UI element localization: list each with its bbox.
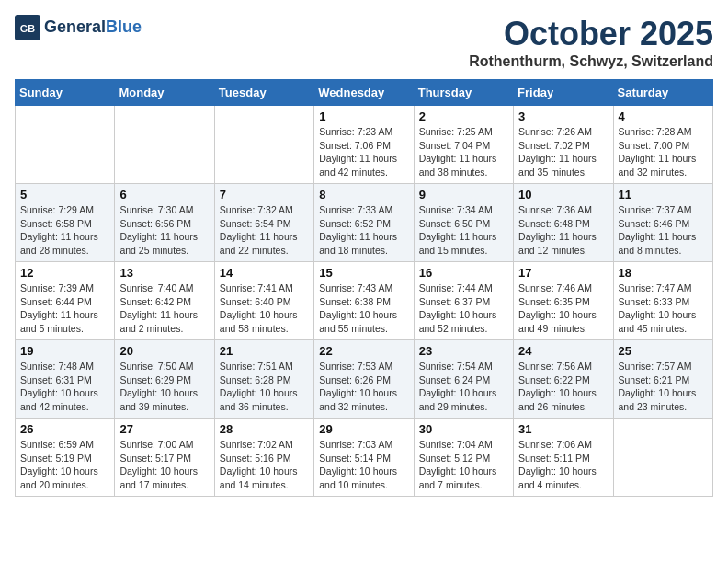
day-info: Sunrise: 7:53 AMSunset: 6:26 PMDaylight:… [319, 360, 408, 414]
day-number: 6 [119, 188, 209, 201]
day-header-tuesday: Tuesday [214, 80, 313, 106]
svg-text:GB: GB [20, 23, 35, 34]
calendar-cell: 4Sunrise: 7:28 AMSunset: 7:00 PMDaylight… [613, 106, 712, 184]
day-number: 17 [518, 266, 608, 280]
day-number: 29 [319, 422, 408, 436]
day-info: Sunrise: 7:48 AMSunset: 6:31 PMDaylight:… [20, 360, 109, 414]
calendar-cell: 9Sunrise: 7:34 AMSunset: 6:50 PMDaylight… [414, 184, 513, 262]
day-info: Sunrise: 7:00 AMSunset: 5:17 PMDaylight:… [119, 438, 209, 492]
day-number: 15 [319, 266, 408, 280]
calendar-cell [115, 106, 214, 184]
calendar-cell: 24Sunrise: 7:56 AMSunset: 6:22 PMDayligh… [514, 340, 613, 419]
day-info: Sunrise: 7:37 AMSunset: 6:46 PMDaylight:… [619, 203, 708, 258]
day-info: Sunrise: 7:57 AMSunset: 6:21 PMDaylight:… [619, 360, 708, 414]
day-info: Sunrise: 7:02 AMSunset: 5:16 PMDaylight:… [220, 438, 309, 492]
title-block: October 2025 Rothenthurm, Schwyz, Switze… [469, 15, 713, 70]
calendar-cell: 12Sunrise: 7:39 AMSunset: 6:44 PMDayligh… [16, 262, 115, 340]
logo-icon: GB [15, 15, 40, 40]
day-info: Sunrise: 7:46 AMSunset: 6:35 PMDaylight:… [518, 282, 608, 336]
day-number: 22 [319, 344, 408, 358]
calendar-cell: 30Sunrise: 7:04 AMSunset: 5:12 PMDayligh… [414, 419, 513, 497]
calendar-cell: 20Sunrise: 7:50 AMSunset: 6:29 PMDayligh… [115, 340, 214, 419]
calendar-cell: 17Sunrise: 7:46 AMSunset: 6:35 PMDayligh… [514, 262, 613, 340]
month-title: October 2025 [469, 15, 713, 53]
day-info: Sunrise: 7:28 AMSunset: 7:00 PMDaylight:… [619, 125, 708, 179]
calendar-cell: 15Sunrise: 7:43 AMSunset: 6:38 PMDayligh… [314, 262, 414, 340]
day-number: 7 [220, 188, 309, 201]
logo-text-general: GeneralBlue [44, 17, 142, 38]
calendar-cell: 6Sunrise: 7:30 AMSunset: 6:56 PMDaylight… [115, 184, 214, 262]
calendar-week-row: 19Sunrise: 7:48 AMSunset: 6:31 PMDayligh… [16, 340, 713, 419]
day-number: 31 [518, 422, 608, 436]
calendar-week-row: 26Sunrise: 6:59 AMSunset: 5:19 PMDayligh… [16, 419, 713, 497]
day-header-saturday: Saturday [613, 80, 712, 106]
calendar-cell [613, 419, 712, 497]
calendar-cell: 19Sunrise: 7:48 AMSunset: 6:31 PMDayligh… [16, 340, 115, 419]
calendar-cell: 25Sunrise: 7:57 AMSunset: 6:21 PMDayligh… [613, 340, 712, 419]
calendar-cell [16, 106, 115, 184]
calendar-week-row: 5Sunrise: 7:29 AMSunset: 6:58 PMDaylight… [16, 184, 713, 262]
day-header-thursday: Thursday [414, 80, 513, 106]
day-number: 10 [518, 188, 608, 201]
day-info: Sunrise: 7:32 AMSunset: 6:54 PMDaylight:… [220, 203, 309, 258]
day-number: 5 [20, 188, 109, 201]
calendar-cell: 28Sunrise: 7:02 AMSunset: 5:16 PMDayligh… [214, 419, 313, 497]
day-number: 16 [419, 266, 508, 280]
day-info: Sunrise: 7:50 AMSunset: 6:29 PMDaylight:… [119, 360, 209, 414]
day-number: 3 [518, 109, 608, 123]
day-info: Sunrise: 7:40 AMSunset: 6:42 PMDaylight:… [119, 282, 209, 336]
day-number: 23 [419, 344, 508, 358]
location: Rothenthurm, Schwyz, Switzerland [469, 53, 713, 70]
day-header-wednesday: Wednesday [314, 80, 414, 106]
calendar-cell: 16Sunrise: 7:44 AMSunset: 6:37 PMDayligh… [414, 262, 513, 340]
day-number: 18 [619, 266, 708, 280]
calendar-cell: 18Sunrise: 7:47 AMSunset: 6:33 PMDayligh… [613, 262, 712, 340]
day-number: 13 [119, 266, 209, 280]
day-number: 19 [20, 344, 109, 358]
day-header-monday: Monday [115, 80, 214, 106]
calendar-cell: 26Sunrise: 6:59 AMSunset: 5:19 PMDayligh… [16, 419, 115, 497]
day-number: 28 [220, 422, 309, 436]
day-info: Sunrise: 7:23 AMSunset: 7:06 PMDaylight:… [319, 125, 408, 179]
day-number: 21 [220, 344, 309, 358]
calendar-cell: 5Sunrise: 7:29 AMSunset: 6:58 PMDaylight… [16, 184, 115, 262]
day-header-friday: Friday [514, 80, 613, 106]
calendar-cell: 8Sunrise: 7:33 AMSunset: 6:52 PMDaylight… [314, 184, 414, 262]
calendar-cell: 13Sunrise: 7:40 AMSunset: 6:42 PMDayligh… [115, 262, 214, 340]
day-info: Sunrise: 7:34 AMSunset: 6:50 PMDaylight:… [419, 203, 508, 258]
day-info: Sunrise: 7:29 AMSunset: 6:58 PMDaylight:… [20, 203, 109, 258]
calendar-cell: 10Sunrise: 7:36 AMSunset: 6:48 PMDayligh… [514, 184, 613, 262]
day-number: 27 [119, 422, 209, 436]
day-number: 8 [319, 188, 408, 201]
day-number: 26 [20, 422, 109, 436]
day-number: 25 [619, 344, 708, 358]
calendar-week-row: 1Sunrise: 7:23 AMSunset: 7:06 PMDaylight… [16, 106, 713, 184]
day-info: Sunrise: 7:41 AMSunset: 6:40 PMDaylight:… [220, 282, 309, 336]
calendar-cell: 14Sunrise: 7:41 AMSunset: 6:40 PMDayligh… [214, 262, 313, 340]
day-number: 12 [20, 266, 109, 280]
day-number: 9 [419, 188, 508, 201]
day-info: Sunrise: 7:47 AMSunset: 6:33 PMDaylight:… [619, 282, 708, 336]
day-info: Sunrise: 6:59 AMSunset: 5:19 PMDaylight:… [20, 438, 109, 492]
calendar-cell: 27Sunrise: 7:00 AMSunset: 5:17 PMDayligh… [115, 419, 214, 497]
calendar-cell [214, 106, 313, 184]
calendar-week-row: 12Sunrise: 7:39 AMSunset: 6:44 PMDayligh… [16, 262, 713, 340]
day-number: 2 [419, 109, 508, 123]
calendar-cell: 22Sunrise: 7:53 AMSunset: 6:26 PMDayligh… [314, 340, 414, 419]
day-info: Sunrise: 7:25 AMSunset: 7:04 PMDaylight:… [419, 125, 508, 179]
day-info: Sunrise: 7:51 AMSunset: 6:28 PMDaylight:… [220, 360, 309, 414]
day-info: Sunrise: 7:33 AMSunset: 6:52 PMDaylight:… [319, 203, 408, 258]
day-info: Sunrise: 7:04 AMSunset: 5:12 PMDaylight:… [419, 438, 508, 492]
calendar-cell: 31Sunrise: 7:06 AMSunset: 5:11 PMDayligh… [514, 419, 613, 497]
day-number: 14 [220, 266, 309, 280]
day-number: 4 [619, 109, 708, 123]
calendar-cell: 21Sunrise: 7:51 AMSunset: 6:28 PMDayligh… [214, 340, 313, 419]
calendar-cell: 3Sunrise: 7:26 AMSunset: 7:02 PMDaylight… [514, 106, 613, 184]
day-info: Sunrise: 7:06 AMSunset: 5:11 PMDaylight:… [518, 438, 608, 492]
page-header: GB GeneralBlue October 2025 Rothenthurm,… [15, 15, 713, 70]
calendar-table: SundayMondayTuesdayWednesdayThursdayFrid… [15, 79, 713, 497]
day-info: Sunrise: 7:26 AMSunset: 7:02 PMDaylight:… [518, 125, 608, 179]
day-info: Sunrise: 7:56 AMSunset: 6:22 PMDaylight:… [518, 360, 608, 414]
day-info: Sunrise: 7:30 AMSunset: 6:56 PMDaylight:… [119, 203, 209, 258]
day-info: Sunrise: 7:44 AMSunset: 6:37 PMDaylight:… [419, 282, 508, 336]
